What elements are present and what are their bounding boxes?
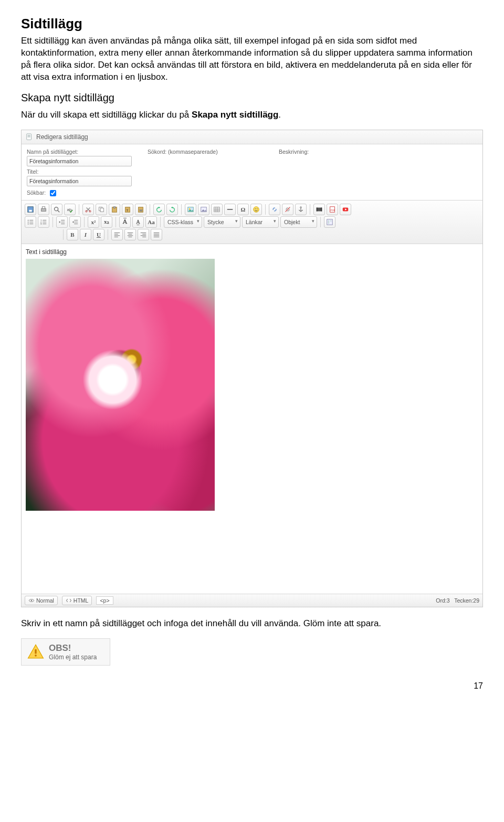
paste-text-button[interactable]: T <box>122 204 133 215</box>
obs-text: Glöm ej att spara <box>49 654 97 661</box>
editor-label: Text i sidtillägg <box>26 248 478 256</box>
hr-button[interactable] <box>224 204 236 215</box>
table-button[interactable] <box>211 204 223 215</box>
underline-button[interactable]: U <box>93 229 104 240</box>
svg-point-8 <box>55 207 58 210</box>
save-button[interactable] <box>25 204 36 215</box>
after-panel-paragraph: Skriv in ett namn på sidtillägget och in… <box>21 618 483 630</box>
link-button[interactable] <box>269 204 280 215</box>
editor-body[interactable]: Text i sidtillägg <box>22 244 482 594</box>
outdent-button[interactable] <box>56 216 68 228</box>
image-button[interactable] <box>185 204 196 215</box>
redo-button[interactable] <box>166 204 178 215</box>
svg-rect-81 <box>35 649 36 654</box>
label-searchable: Sökbar: <box>27 189 46 196</box>
font-decrease-button[interactable]: A̲ <box>132 216 144 228</box>
separator <box>160 217 161 227</box>
spellcheck-button[interactable]: ab <box>64 204 76 215</box>
svg-point-34 <box>300 206 302 208</box>
status-counts: Ord:3 Tecken:29 <box>436 597 479 604</box>
align-center-button[interactable] <box>124 229 136 240</box>
meta-area: Namn på sidtillägget: Sökord: (kommasepa… <box>22 144 482 200</box>
links-dropdown[interactable]: Länkar <box>242 216 279 228</box>
bold-button[interactable]: B <box>67 229 78 240</box>
anchor-button[interactable] <box>295 204 307 215</box>
svg-rect-38 <box>321 207 322 211</box>
words-label: Ord: <box>436 597 446 604</box>
paste-word-button[interactable]: W <box>135 204 146 215</box>
words-value: 3 <box>447 597 450 604</box>
italic-button[interactable]: I <box>80 229 91 240</box>
undo-button[interactable] <box>153 204 165 215</box>
subscript-button[interactable]: x₂ <box>101 216 112 228</box>
intro-paragraph: Ett sidtillägg kan även användas på mång… <box>21 35 483 83</box>
page-icon <box>26 133 33 141</box>
label-keywords: Sökord: (kommaseparerade) <box>148 149 263 155</box>
find-button[interactable] <box>51 204 62 215</box>
editor-flower-image <box>26 259 215 511</box>
separator <box>52 217 53 227</box>
align-justify-button[interactable] <box>151 229 162 240</box>
status-tag: <p> <box>96 596 113 605</box>
template-button[interactable] <box>324 216 335 228</box>
superscript-button[interactable]: x² <box>88 216 99 228</box>
svg-rect-14 <box>100 208 103 212</box>
page-heading: Sidtillägg <box>21 16 483 32</box>
css-class-dropdown[interactable]: CSS-klass <box>164 216 202 228</box>
image2-button[interactable] <box>198 204 209 215</box>
svg-rect-37 <box>317 207 318 211</box>
svg-text:W: W <box>139 208 142 212</box>
svg-rect-61 <box>328 220 330 224</box>
svg-point-31 <box>255 208 256 209</box>
svg-rect-5 <box>29 210 32 212</box>
separator <box>84 217 85 227</box>
input-title[interactable] <box>27 176 132 186</box>
pdf-button[interactable]: PDF <box>327 204 338 215</box>
separator <box>79 204 79 215</box>
separator <box>181 204 182 215</box>
panel-header: Redigera sidtillägg <box>22 130 482 144</box>
section-paragraph: När du vill skapa ett sidtillägg klickar… <box>21 109 483 121</box>
unlink-button[interactable] <box>282 204 293 215</box>
objects-dropdown[interactable]: Objekt <box>280 216 317 228</box>
svg-rect-7 <box>42 206 45 208</box>
svg-point-22 <box>189 208 191 210</box>
checkbox-searchable[interactable] <box>50 190 56 196</box>
editor-panel: Redigera sidtillägg Namn på sidtillägget… <box>21 130 483 607</box>
svg-rect-24 <box>214 207 220 212</box>
case-button[interactable]: Aa <box>145 216 157 228</box>
align-right-button[interactable] <box>138 229 149 240</box>
svg-rect-6 <box>41 208 46 211</box>
align-left-button[interactable] <box>111 229 123 240</box>
tab-html[interactable]: HTML <box>62 596 92 605</box>
special-char-button[interactable]: Ω <box>237 204 249 215</box>
film-button[interactable] <box>313 204 325 215</box>
tab-normal[interactable]: Normal <box>25 596 58 605</box>
section-text-bold: Skapa nytt sidtillägg <box>192 110 278 120</box>
list-ol-button[interactable]: 123 <box>38 216 49 228</box>
svg-point-80 <box>31 600 32 601</box>
print-button[interactable] <box>38 204 49 215</box>
obs-box: OBS! Glöm ej att spara <box>21 638 110 666</box>
section-text-post: . <box>278 110 281 120</box>
youtube-button[interactable] <box>340 204 351 215</box>
block-dropdown[interactable]: Stycke <box>204 216 240 228</box>
paste-button[interactable] <box>109 204 120 215</box>
section-heading: Skapa nytt sidtillägg <box>21 92 483 104</box>
indent-button[interactable] <box>69 216 81 228</box>
smiley-button[interactable] <box>250 204 262 215</box>
svg-point-42 <box>28 219 29 220</box>
section-text-pre: När du vill skapa ett sidtillägg klickar… <box>21 110 192 120</box>
panel-title: Redigera sidtillägg <box>36 133 88 141</box>
copy-button[interactable] <box>96 204 107 215</box>
svg-text:T: T <box>126 208 128 212</box>
list-ul-button[interactable] <box>25 216 36 228</box>
svg-line-9 <box>58 210 60 212</box>
label-name: Namn på sidtillägget: <box>27 149 132 155</box>
separator <box>108 229 108 240</box>
separator <box>320 217 321 227</box>
input-name[interactable] <box>27 156 132 166</box>
cut-button[interactable] <box>82 204 94 215</box>
separator <box>116 217 116 227</box>
font-increase-button[interactable]: A̅ <box>119 216 131 228</box>
